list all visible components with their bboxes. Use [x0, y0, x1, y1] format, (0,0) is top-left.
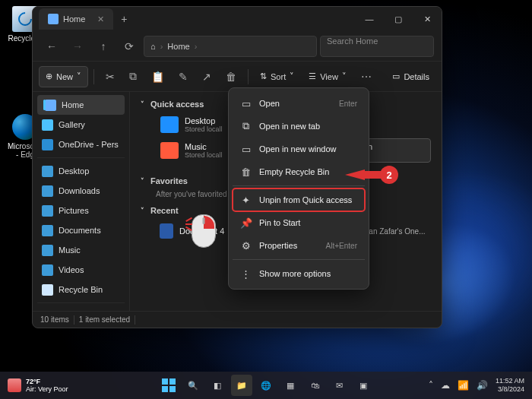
- taskbar[interactable]: 72°FAir: Very Poor 🔍 ◧ 📁 🌐 ▦ 🛍 ✉ ▣ ˄ ☁ 📶…: [0, 372, 532, 399]
- chevron-down-icon: ˅: [141, 100, 144, 108]
- nav-sidebar: HomeGalleryOneDrive - PersDesktopDownloa…: [33, 92, 130, 311]
- maximize-button[interactable]: ▢: [384, 7, 413, 31]
- weather-icon: [8, 378, 21, 392]
- more-button[interactable]: ⋯: [355, 66, 378, 87]
- taskbar-store[interactable]: 🛍: [304, 375, 325, 396]
- sort-button[interactable]: ⇅ Sort ˅: [254, 66, 300, 87]
- cut-button[interactable]: ✂: [100, 66, 121, 87]
- menu-shortcut: Enter: [339, 100, 357, 108]
- sidebar-item[interactable]: Recycle Bin: [37, 280, 125, 299]
- tray-onedrive-icon[interactable]: ☁: [441, 380, 450, 391]
- paste-button[interactable]: 📋: [145, 66, 170, 87]
- menu-icon: ▭: [240, 144, 252, 155]
- tray-wifi-icon[interactable]: 📶: [458, 380, 469, 391]
- view-button[interactable]: ☰ View ˅: [302, 66, 353, 87]
- taskbar-weather[interactable]: 72°FAir: Very Poor: [8, 378, 68, 393]
- system-tray[interactable]: ˄ ☁ 📶 🔊 11:52 AM 3/8/2024: [429, 377, 524, 394]
- menu-icon: ✦: [240, 195, 252, 206]
- back-button[interactable]: ←: [40, 35, 63, 58]
- breadcrumb-segment[interactable]: Home: [167, 42, 189, 51]
- status-bar: 10 items 1 item selected: [33, 311, 442, 328]
- close-button[interactable]: ✕: [413, 7, 442, 31]
- menu-label: Empty Recycle Bin: [259, 167, 329, 176]
- search-input[interactable]: Search Home: [320, 36, 434, 57]
- document-icon: [160, 223, 173, 239]
- taskbar-search[interactable]: 🔍: [182, 375, 204, 396]
- sidebar-item[interactable]: Home: [37, 95, 125, 115]
- sidebar-item-label: Pictures: [59, 206, 89, 215]
- context-menu-item[interactable]: 📌Pin to Start: [233, 211, 365, 234]
- sidebar-item[interactable]: Documents: [37, 220, 125, 240]
- minimize-button[interactable]: —: [355, 7, 384, 31]
- tab-home[interactable]: Home ✕: [39, 8, 113, 30]
- sidebar-item[interactable]: Videos: [37, 260, 125, 280]
- folder-icon: [42, 205, 53, 217]
- sidebar-item[interactable]: OneDrive - Pers: [37, 135, 125, 154]
- titlebar[interactable]: Home ✕ + — ▢ ✕: [33, 7, 442, 31]
- context-menu-item[interactable]: ▭Open in new window: [233, 138, 365, 160]
- sidebar-item[interactable]: Gallery: [37, 115, 125, 135]
- taskbar-taskview[interactable]: ◧: [207, 375, 228, 396]
- delete-button[interactable]: 🗑: [220, 66, 242, 87]
- start-button[interactable]: [158, 375, 179, 396]
- taskbar-app[interactable]: ▣: [353, 375, 374, 396]
- menu-label: Show more options: [259, 269, 331, 278]
- details-button[interactable]: ▭ Details: [386, 66, 435, 87]
- item-subtitle: Stored locall: [185, 151, 223, 159]
- menu-icon: ▭: [240, 98, 252, 109]
- nav-toolbar: ← → ↑ ⟳ ⌂› Home› Search Home: [33, 31, 442, 62]
- context-menu-item[interactable]: ⚙PropertiesAlt+Enter: [233, 234, 365, 257]
- item-name: Music: [185, 142, 223, 151]
- taskbar-edge[interactable]: 🌐: [255, 375, 277, 396]
- context-menu-item[interactable]: ⧉Open in new tab: [233, 115, 365, 138]
- taskbar-app[interactable]: ▦: [280, 375, 301, 396]
- taskbar-clock[interactable]: 11:52 AM 3/8/2024: [496, 377, 524, 394]
- chevron-down-icon: ˅: [141, 207, 144, 214]
- forward-button[interactable]: →: [66, 35, 89, 58]
- rename-button[interactable]: ✎: [173, 66, 194, 87]
- sidebar-item-label: Desktop: [59, 166, 89, 176]
- folder-icon: [42, 119, 53, 131]
- menu-label: Open in new window: [259, 144, 337, 154]
- mouse-illustration: [192, 214, 216, 248]
- sidebar-item-label: Downloads: [59, 186, 100, 195]
- folder-icon: [42, 225, 53, 236]
- context-menu-item[interactable]: ⋮Show more options: [233, 262, 365, 285]
- home-icon: [48, 14, 59, 24]
- status-item-count: 10 items: [40, 315, 69, 324]
- menu-label: Properties: [259, 241, 297, 250]
- menu-icon: 🗑: [240, 166, 252, 178]
- menu-shortcut: Alt+Enter: [326, 242, 357, 250]
- status-selection: 1 item selected: [79, 315, 130, 324]
- annotation-badge: 2: [380, 166, 398, 184]
- annotation-callout: 2: [345, 166, 398, 184]
- breadcrumb[interactable]: ⌂› Home›: [144, 36, 317, 57]
- close-tab-icon[interactable]: ✕: [97, 14, 104, 24]
- taskbar-explorer[interactable]: 📁: [231, 375, 252, 396]
- menu-label: Open: [259, 99, 280, 108]
- folder-icon: [160, 142, 179, 159]
- tray-chevron-icon[interactable]: ˄: [429, 380, 433, 391]
- copy-button[interactable]: ⧉: [123, 66, 143, 87]
- folder-icon: [42, 264, 53, 276]
- context-menu-item[interactable]: ▭OpenEnter: [233, 92, 365, 115]
- tray-volume-icon[interactable]: 🔊: [477, 380, 488, 391]
- taskbar-app[interactable]: ✉: [328, 375, 350, 396]
- sidebar-item[interactable]: Music: [37, 240, 125, 260]
- context-menu-item[interactable]: ✦Unpin from Quick access: [233, 188, 365, 211]
- sidebar-item[interactable]: Downloads: [37, 181, 125, 201]
- sidebar-item[interactable]: Pictures: [37, 201, 125, 220]
- item-name: Desktop: [185, 116, 223, 125]
- sidebar-item[interactable]: Desktop: [37, 161, 125, 181]
- refresh-button[interactable]: ⟳: [118, 35, 141, 58]
- menu-icon: ⧉: [240, 121, 252, 132]
- share-button[interactable]: ↗: [196, 66, 217, 87]
- chevron-down-icon: ˅: [141, 177, 144, 185]
- sidebar-item-label: Gallery: [59, 120, 85, 129]
- new-button[interactable]: ⊕ New ˅: [39, 66, 88, 87]
- menu-icon: ⋮: [240, 268, 252, 280]
- up-button[interactable]: ↑: [92, 35, 115, 58]
- new-tab-button[interactable]: +: [121, 13, 127, 25]
- menu-icon: ⚙: [240, 240, 252, 252]
- context-menu: ▭OpenEnter⧉Open in new tab▭Open in new w…: [228, 87, 369, 290]
